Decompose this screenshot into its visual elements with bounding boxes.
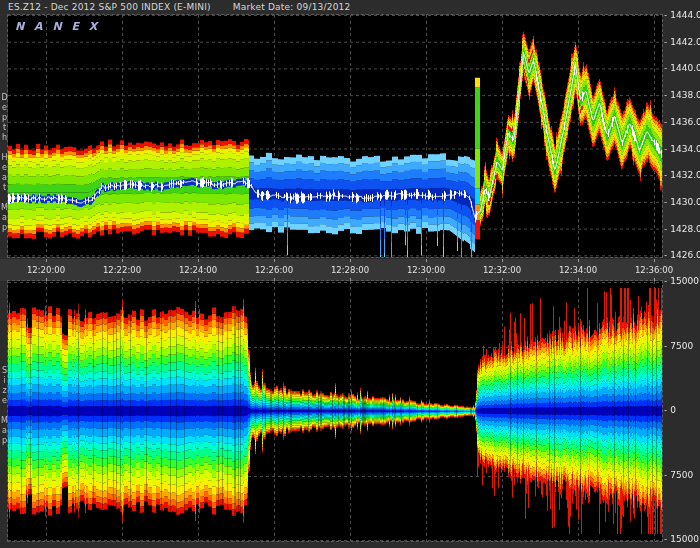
market-date-label: Market Date: 09/13/2012 (233, 2, 351, 12)
x-tick-mark (578, 259, 579, 262)
y-tick-mark: - (664, 197, 667, 207)
size-map-canvas[interactable] (8, 281, 662, 541)
y-tick-label: -1440.00 (664, 63, 700, 73)
nanex-chart-window: ES.Z12 - Dec 2012 S&P 500 INDEX (E-MINI)… (0, 0, 700, 548)
x-tick-mark (274, 259, 275, 262)
y-tick-label: -15000 (664, 534, 699, 544)
y-tick-label: -1434.00 (664, 144, 700, 154)
title-bar: ES.Z12 - Dec 2012 S&P 500 INDEX (E-MINI)… (0, 0, 700, 14)
y-tick-label: -1428.00 (664, 224, 700, 234)
x-tick-label: 12:34:00 (552, 265, 604, 275)
y-tick-mark: - (664, 405, 667, 415)
x-tick-label: 12:32:00 (476, 265, 528, 275)
y-tick-mark: - (664, 144, 667, 154)
y-tick-mark: - (664, 534, 667, 544)
x-tick-label: 12:20:00 (20, 265, 72, 275)
y-tick-mark: - (664, 90, 667, 100)
nanex-logo: N A N E X (15, 20, 100, 33)
x-tick-mark (502, 259, 503, 262)
x-tick-mark (122, 259, 123, 262)
x-tick-mark (350, 259, 351, 262)
y-tick-label: -7500 (664, 341, 693, 351)
y-tick-mark: - (664, 224, 667, 234)
x-tick-mark (654, 259, 655, 262)
y-tick-label: -1430.00 (664, 197, 700, 207)
x-tick-label: 12:24:00 (172, 265, 224, 275)
y-tick-label: -1426.00 (664, 250, 700, 260)
y-tick-mark: - (664, 341, 667, 351)
x-tick-label: 12:22:00 (96, 265, 148, 275)
y-tick-mark: - (664, 37, 667, 47)
y-tick-label: -7500 (664, 470, 693, 480)
y-tick-mark: - (664, 117, 667, 127)
y-tick-label: -1432.00 (664, 170, 700, 180)
x-tick-mark (46, 259, 47, 262)
y-tick-mark: - (664, 276, 667, 286)
y-tick-label: -0 (664, 405, 676, 415)
depth-heat-map-canvas[interactable] (8, 15, 662, 257)
x-tick-mark (198, 259, 199, 262)
y-tick-mark: - (664, 470, 667, 480)
y-tick-mark: - (664, 63, 667, 73)
time-axis-strip: 12:20:0012:22:0012:24:0012:26:0012:28:00… (0, 258, 700, 282)
x-tick-mark (426, 259, 427, 262)
y-tick-label: -1442.00 (664, 37, 700, 47)
y-tick-label: -1436.00 (664, 117, 700, 127)
y-tick-label: -1438.00 (664, 90, 700, 100)
y-tick-label: -15000 (664, 276, 699, 286)
x-tick-label: 12:28:00 (324, 265, 376, 275)
x-tick-label: 12:36:00 (628, 265, 680, 275)
window-title: ES.Z12 - Dec 2012 S&P 500 INDEX (E-MINI) (8, 2, 211, 12)
x-tick-label: 12:26:00 (248, 265, 300, 275)
y-tick-mark: - (664, 10, 667, 20)
size-map-axis-title: Size Map (0, 358, 9, 453)
y-tick-label: -1444.00 (664, 10, 700, 20)
y-tick-mark: - (664, 170, 667, 180)
depth-heat-map-axis-title: Depth Heat Map (0, 88, 9, 238)
x-tick-label: 12:30:00 (400, 265, 452, 275)
y-tick-mark: - (664, 250, 667, 260)
